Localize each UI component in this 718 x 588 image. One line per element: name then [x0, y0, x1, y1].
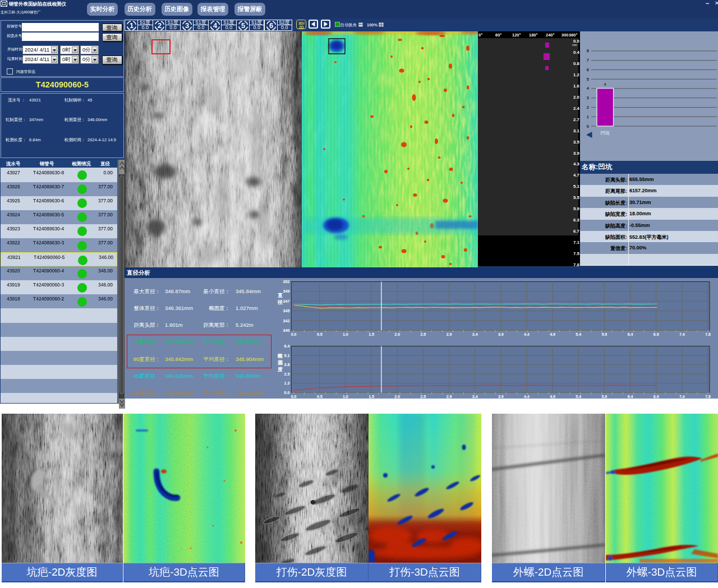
svg-text:6.4: 6.4	[628, 332, 633, 336]
svg-text:2.0: 2.0	[394, 394, 400, 398]
svg-text:度: 度	[277, 367, 283, 372]
svg-text:7.8: 7.8	[705, 394, 711, 398]
svg-text:凹坑: 凹坑	[601, 131, 610, 136]
svg-text:345: 345	[283, 309, 290, 313]
svg-text:0.0: 0.0	[291, 394, 297, 398]
svg-text:352: 352	[283, 280, 290, 284]
svg-text:7.8: 7.8	[705, 332, 711, 336]
svg-text:5.4: 5.4	[576, 332, 581, 336]
svg-text:3: 3	[185, 21, 189, 30]
svg-text:2.9: 2.9	[447, 394, 452, 398]
svg-text:1.3: 1.3	[284, 381, 290, 385]
svg-text:圆: 圆	[278, 360, 283, 365]
svg-text:6: 6	[269, 21, 273, 30]
svg-text:0.5: 0.5	[317, 332, 323, 336]
svg-text:6.4: 6.4	[284, 344, 290, 348]
svg-text:1: 1	[587, 114, 589, 119]
svg-text:6.4: 6.4	[628, 394, 633, 398]
svg-text:4.4: 4.4	[524, 332, 530, 336]
svg-text:椭: 椭	[277, 353, 283, 359]
svg-text:5.9: 5.9	[602, 332, 607, 336]
svg-text:3.8: 3.8	[284, 363, 290, 367]
svg-text:2.5: 2.5	[284, 372, 290, 376]
svg-text:5: 5	[241, 21, 245, 30]
svg-text:5: 5	[587, 77, 589, 82]
svg-text:349: 349	[283, 289, 290, 293]
svg-text:2: 2	[587, 105, 589, 110]
svg-text:0.0: 0.0	[284, 391, 290, 395]
svg-text:7.4: 7.4	[679, 394, 685, 398]
svg-text:4: 4	[213, 21, 218, 30]
svg-text:1: 1	[130, 21, 134, 30]
svg-text:2.9: 2.9	[447, 332, 452, 336]
svg-text:4: 4	[604, 82, 606, 87]
svg-text:3.4: 3.4	[472, 332, 478, 336]
svg-text:0.5: 0.5	[317, 394, 323, 398]
svg-text:6.9: 6.9	[653, 394, 659, 398]
svg-text:5.1: 5.1	[284, 353, 290, 357]
svg-text:4.9: 4.9	[550, 332, 555, 336]
svg-text:340: 340	[283, 328, 290, 332]
svg-text:2.0: 2.0	[394, 332, 400, 336]
svg-text:0.0: 0.0	[291, 332, 297, 336]
svg-text:2.5: 2.5	[421, 332, 426, 336]
svg-text:直: 直	[277, 293, 283, 298]
svg-text:6.9: 6.9	[653, 332, 659, 336]
svg-text:6: 6	[587, 67, 589, 72]
svg-text:5.9: 5.9	[602, 394, 607, 398]
svg-text:4.9: 4.9	[550, 394, 555, 398]
svg-text:7: 7	[587, 58, 589, 63]
svg-text:5.4: 5.4	[576, 394, 581, 398]
svg-text:4: 4	[587, 86, 590, 91]
svg-text:8: 8	[587, 48, 589, 53]
svg-text:1.5: 1.5	[369, 332, 374, 336]
svg-text:1.0: 1.0	[343, 332, 348, 336]
svg-text:347: 347	[283, 299, 290, 303]
svg-text:1.0: 1.0	[343, 394, 348, 398]
svg-text:3.9: 3.9	[498, 394, 504, 398]
svg-text:7.4: 7.4	[679, 332, 685, 336]
svg-text:2.5: 2.5	[421, 394, 426, 398]
svg-text:3.9: 3.9	[498, 332, 504, 336]
svg-text:3: 3	[587, 95, 589, 100]
svg-text:342: 342	[283, 318, 290, 322]
svg-text:2: 2	[158, 21, 162, 30]
svg-text:0: 0	[587, 124, 589, 129]
svg-text:3.4: 3.4	[472, 394, 478, 398]
svg-text:1.5: 1.5	[369, 394, 374, 398]
svg-text:4.4: 4.4	[524, 394, 530, 398]
svg-text:径: 径	[277, 299, 283, 305]
